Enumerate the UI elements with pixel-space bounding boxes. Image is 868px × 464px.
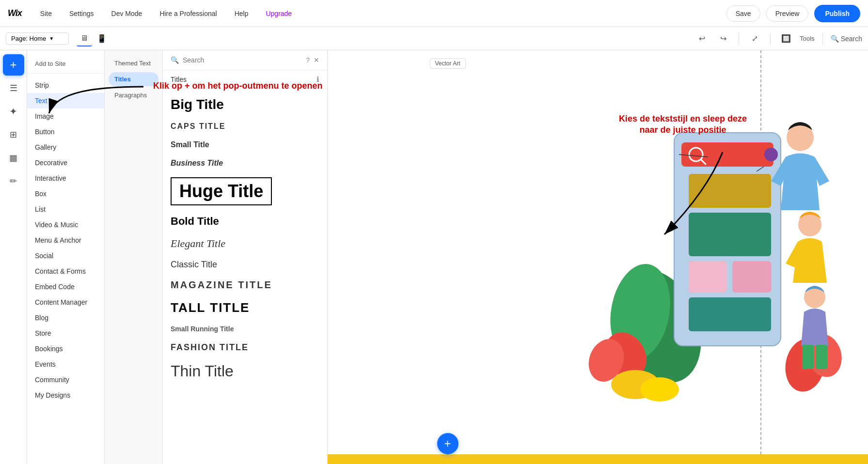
sidebar-item-apps[interactable]: ⊞ (3, 124, 24, 145)
close-icon[interactable]: ✕ (314, 56, 319, 64)
search-label: Search (841, 35, 862, 43)
title-elegant[interactable]: Elegant Title (171, 237, 319, 250)
menu-hire[interactable]: Hire a Professional (157, 8, 220, 19)
cat-gallery[interactable]: Gallery (27, 139, 104, 155)
titles-list: Big Title CAPS TITLE Small Title Busines… (163, 89, 327, 464)
toolbar2-right: ↩ ↪ ⤢ 🔲 Tools 🔍 Search (694, 31, 862, 46)
title-thin[interactable]: Thin Title (171, 362, 319, 380)
page-selector[interactable]: Page: Home ▼ (6, 32, 69, 45)
undo-icon[interactable]: ↩ (694, 31, 710, 46)
secondary-toolbar: Page: Home ▼ 🖥 📱 ↩ ↪ ⤢ 🔲 Tools 🔍 Search (0, 27, 868, 50)
menu-devmode[interactable]: Dev Mode (109, 8, 145, 19)
cat-social[interactable]: Social (27, 248, 104, 263)
svg-rect-22 (816, 345, 827, 369)
mobile-view-icon[interactable]: 📱 (94, 31, 110, 46)
categories-panel: Add to Site Strip Text Image Button Gall… (27, 50, 105, 464)
cat-events[interactable]: Events (27, 356, 104, 372)
cat-button[interactable]: Button (27, 124, 104, 139)
cat-strip[interactable]: Strip (27, 77, 104, 93)
title-small-running[interactable]: Small Running Title (171, 325, 319, 333)
title-huge[interactable]: Huge Title (171, 177, 272, 205)
add-button[interactable]: + (3, 54, 24, 76)
cat-menu-anchor[interactable]: Menu & Anchor (27, 232, 104, 248)
panel-search-input[interactable] (183, 56, 302, 64)
sub-themed-text[interactable]: Themed Text (109, 56, 158, 70)
title-bold[interactable]: Bold Title (171, 215, 319, 228)
sub-titles[interactable]: Titles (109, 72, 158, 86)
svg-point-12 (764, 148, 778, 161)
cat-my-designs[interactable]: My Designs (27, 387, 104, 403)
divider2 (770, 33, 771, 45)
left-sidebar: + ☰ ✦ ⊞ ▦ ✏ (0, 50, 27, 464)
canvas-add-button[interactable]: + (437, 433, 458, 454)
preview-button[interactable]: Preview (766, 5, 809, 22)
title-tall[interactable]: TALL TITLE (171, 300, 319, 315)
subcategories-panel: Themed Text Titles Paragraphs (105, 50, 163, 464)
svg-rect-15 (689, 261, 726, 293)
view-mode-icons: 🖥 📱 (77, 31, 110, 46)
cat-embed-code[interactable]: Embed Code (27, 279, 104, 294)
cat-bookings[interactable]: Bookings (27, 341, 104, 356)
info-icon[interactable]: ℹ (316, 75, 319, 84)
cat-store[interactable]: Store (27, 325, 104, 341)
menu-help[interactable]: Help (232, 8, 252, 19)
panel-section-title: Titles (171, 76, 187, 83)
divider (739, 33, 739, 45)
title-magazine[interactable]: MAGAZINE TITLE (171, 279, 319, 291)
cat-blog[interactable]: Blog (27, 310, 104, 325)
svg-rect-21 (802, 345, 814, 369)
top-menubar: Wix Site Settings Dev Mode Hire a Profes… (0, 0, 868, 27)
panel-search-header: 🔍 ? ✕ (163, 50, 327, 70)
svg-rect-13 (689, 174, 771, 208)
page-label: Page: Home (11, 35, 46, 42)
pages-icon: ☰ (10, 83, 17, 93)
title-classic[interactable]: Classic Title (171, 260, 319, 270)
canvas-illustration (563, 75, 853, 414)
sub-paragraphs[interactable]: Paragraphs (109, 88, 158, 102)
tools-label: Tools (800, 35, 814, 42)
svg-rect-16 (732, 261, 771, 293)
divider3 (822, 33, 823, 45)
sidebar-item-design[interactable]: ✦ (3, 101, 24, 122)
vector-art-badge: Vector Art (429, 58, 465, 69)
search-panel-icon: 🔍 (171, 56, 179, 64)
publish-button[interactable]: Publish (814, 5, 860, 22)
title-caps[interactable]: CAPS TITLE (171, 122, 319, 131)
menu-upgrade[interactable]: Upgrade (263, 8, 295, 19)
cat-decorative[interactable]: Decorative (27, 155, 104, 170)
cat-box[interactable]: Box (27, 186, 104, 201)
media-icon: ▦ (9, 153, 17, 163)
sidebar-item-pages[interactable]: ☰ (3, 77, 24, 99)
cat-list[interactable]: List (27, 201, 104, 217)
content-panel: 🔍 ? ✕ Titles ℹ Big Title CAPS TITLE Smal… (163, 50, 328, 464)
pen-icon: ✏ (10, 176, 17, 186)
menu-site[interactable]: Site (37, 8, 55, 19)
svg-rect-14 (689, 213, 771, 256)
cat-community[interactable]: Community (27, 372, 104, 387)
cat-content-manager[interactable]: Content Manager (27, 294, 104, 310)
cat-image[interactable]: Image (27, 108, 104, 124)
top-right-actions: Save Preview Publish (726, 5, 860, 22)
cat-text[interactable]: Text (27, 93, 104, 108)
chevron-down-icon: ▼ (49, 36, 54, 41)
search-button[interactable]: 🔍 Search (831, 35, 862, 43)
zoom-icon[interactable]: ⤢ (747, 31, 762, 46)
cat-contact-forms[interactable]: Contact & Forms (27, 263, 104, 279)
title-small[interactable]: Small Title (171, 140, 319, 149)
redo-icon[interactable]: ↪ (715, 31, 731, 46)
title-big[interactable]: Big Title (171, 97, 319, 112)
desktop-view-icon[interactable]: 🖥 (77, 31, 92, 46)
sidebar-item-tools[interactable]: ✏ (3, 170, 24, 192)
svg-point-7 (640, 377, 679, 402)
tools-icon[interactable]: 🔲 (778, 31, 794, 46)
save-button[interactable]: Save (726, 5, 760, 22)
svg-rect-9 (681, 142, 773, 167)
cat-video-music[interactable]: Video & Music (27, 217, 104, 232)
help-icon[interactable]: ? (306, 56, 310, 64)
cat-interactive[interactable]: Interactive (27, 170, 104, 186)
title-business[interactable]: Business Title (171, 159, 319, 168)
sidebar-item-media[interactable]: ▦ (3, 147, 24, 169)
title-fashion[interactable]: FASHION TITLE (171, 342, 319, 353)
svg-rect-17 (689, 297, 771, 331)
menu-settings[interactable]: Settings (66, 8, 97, 19)
